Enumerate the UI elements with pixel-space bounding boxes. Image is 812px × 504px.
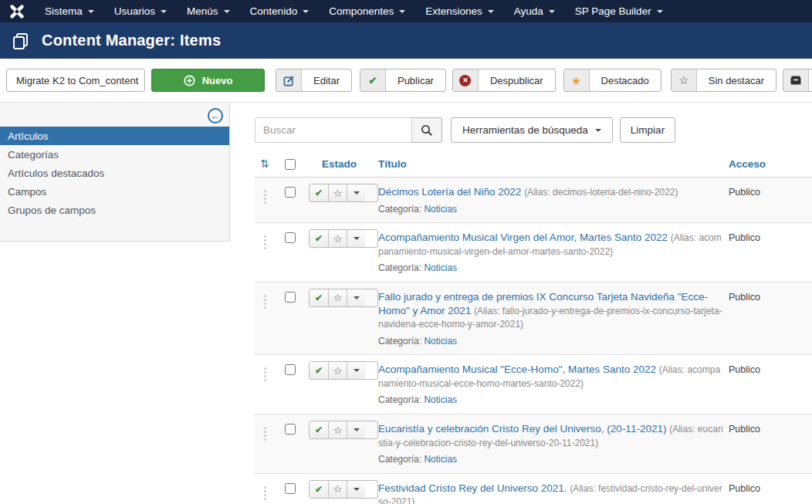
article-title-link[interactable]: Acompañamiento Musical "Ecce-Homo", Mart…	[378, 364, 656, 375]
clear-button[interactable]: Limpiar	[620, 117, 675, 143]
publicar-button[interactable]: ✔ Publicar	[360, 69, 446, 92]
chevron-down-icon	[549, 10, 555, 13]
chevron-down-icon	[303, 10, 309, 13]
sidebar-item-articulos[interactable]: Artículos	[0, 127, 229, 145]
category-label: Categoría:	[378, 394, 421, 405]
drag-handle-icon[interactable]	[264, 427, 266, 429]
status-dropdown-icon[interactable]	[347, 289, 365, 306]
menu-ayuda[interactable]: Ayuda	[504, 0, 565, 22]
editar-button[interactable]: Editar	[276, 69, 352, 92]
sin-destacar-button[interactable]: ☆ Sin destacar	[671, 69, 776, 92]
category-link[interactable]: Noticias	[424, 204, 457, 215]
select-all-checkbox[interactable]	[285, 159, 296, 170]
drag-handle-icon[interactable]	[264, 367, 266, 370]
table-row: ✔ ☆ Décimos Lotería del Niño 2022 (Alias…	[255, 178, 812, 223]
status-dropdown-icon[interactable]	[347, 184, 365, 201]
access-level: Publico	[729, 482, 812, 494]
row-checkbox[interactable]	[285, 483, 296, 494]
publish-toggle-icon[interactable]: ✔	[310, 230, 328, 247]
publish-toggle-icon[interactable]: ✔	[310, 362, 328, 379]
feature-star-icon[interactable]: ☆	[328, 184, 347, 201]
feature-star-icon[interactable]: ☆	[328, 289, 347, 306]
category-link[interactable]: Noticias	[424, 454, 457, 465]
page-header: Content Manager: Items	[0, 22, 812, 59]
filter-bar: Herramientas de búsqueda Limpiar	[255, 117, 812, 143]
status-button-group: ✔ ☆	[309, 229, 378, 248]
admin-menubar: Sistema Usuarios Menús Contenido Compone…	[0, 0, 812, 22]
article-title-link[interactable]: Eucaristía y celebración Cristo Rey del …	[378, 423, 666, 435]
sort-order-icon[interactable]: ⇅	[255, 157, 275, 170]
column-header-acceso[interactable]: Acceso	[729, 158, 812, 170]
cancel-circle-icon: ✕	[453, 69, 479, 91]
menu-sistema[interactable]: Sistema	[35, 0, 104, 22]
sidebar-item-grupos-de-campos[interactable]: Grupos de campos	[0, 201, 229, 219]
category-link[interactable]: Noticias	[424, 336, 457, 347]
row-checkbox[interactable]	[285, 187, 296, 198]
migrate-k2-dropdown[interactable]: Migrate K2 to Com_content	[6, 69, 145, 92]
drag-handle-icon[interactable]	[264, 295, 266, 297]
chevron-down-icon	[224, 10, 230, 13]
row-checkbox[interactable]	[285, 364, 296, 375]
drag-handle-icon[interactable]	[264, 486, 266, 489]
chevron-down-icon	[88, 10, 94, 13]
article-title-link[interactable]: Décimos Lotería del Niño 2022	[378, 186, 521, 198]
publish-toggle-icon[interactable]: ✔	[310, 481, 328, 498]
article-title-link[interactable]: Festividad Cristo Rey del Universo 2021.	[378, 482, 567, 494]
sidebar-item-articulos-destacados[interactable]: Artículos destacados	[0, 164, 229, 182]
archivar-button[interactable]: Archivar	[783, 69, 812, 92]
menu-componentes[interactable]: Componentes	[319, 0, 415, 22]
despublicar-button[interactable]: ✕ Despublicar	[452, 69, 556, 92]
column-header-estado[interactable]: Estado	[309, 158, 378, 170]
status-dropdown-icon[interactable]	[347, 362, 365, 379]
feature-star-icon[interactable]: ☆	[328, 421, 347, 438]
access-level: Publico	[729, 363, 812, 375]
category-link[interactable]: Noticias	[424, 262, 457, 273]
page-title: Content Manager: Items	[42, 32, 221, 49]
star-outline-icon: ☆	[672, 69, 697, 91]
menu-extensiones[interactable]: Extensiones	[415, 0, 504, 22]
publish-toggle-icon[interactable]: ✔	[310, 184, 328, 201]
feature-star-icon[interactable]: ☆	[328, 362, 347, 379]
joomla-logo-icon[interactable]	[5, 3, 29, 20]
row-checkbox[interactable]	[285, 424, 296, 435]
category-link[interactable]: Noticias	[424, 394, 457, 405]
search-icon	[421, 124, 433, 137]
status-dropdown-icon[interactable]	[347, 230, 365, 247]
publish-toggle-icon[interactable]: ✔	[310, 421, 328, 438]
toolbar: Migrate K2 to Com_content Nuevo Editar ✔…	[0, 59, 812, 102]
status-button-group: ✔ ☆	[309, 361, 378, 380]
category-label: Categoría:	[378, 262, 421, 273]
chevron-down-icon	[488, 10, 494, 13]
chevron-down-icon	[161, 10, 167, 13]
article-title-link[interactable]: Acompañamiento Musical Virgen del Amor, …	[378, 232, 668, 243]
search-button[interactable]	[412, 117, 442, 143]
menu-contenido[interactable]: Contenido	[240, 0, 320, 22]
table-row: ✔ ☆ Acompañamiento Musical Virgen del Am…	[255, 223, 812, 282]
collapse-sidebar-icon[interactable]: ←	[208, 108, 223, 123]
feature-star-icon[interactable]: ☆	[328, 230, 347, 247]
destacado-button[interactable]: ★ Destacado	[563, 69, 661, 92]
row-checkbox[interactable]	[285, 232, 296, 243]
drag-handle-icon[interactable]	[264, 235, 266, 238]
row-checkbox[interactable]	[285, 292, 296, 303]
status-dropdown-icon[interactable]	[347, 421, 365, 438]
search-tools-button[interactable]: Herramientas de búsqueda	[451, 117, 613, 143]
sidebar-item-campos[interactable]: Campos	[0, 182, 229, 201]
status-dropdown-icon[interactable]	[347, 481, 365, 498]
drag-handle-icon[interactable]	[264, 190, 266, 192]
nuevo-button[interactable]: Nuevo	[151, 69, 265, 92]
access-level: Publico	[729, 422, 812, 435]
publish-toggle-icon[interactable]: ✔	[310, 289, 328, 306]
sidebar-item-categorias[interactable]: Categorías	[0, 145, 229, 164]
search-input[interactable]	[255, 117, 412, 143]
menu-sp-page-builder[interactable]: SP Page Builder	[565, 0, 673, 22]
menu-menus[interactable]: Menús	[177, 0, 240, 22]
star-filled-icon: ★	[564, 69, 590, 91]
column-header-titulo[interactable]: Título	[378, 158, 729, 170]
menu-usuarios[interactable]: Usuarios	[104, 0, 177, 22]
edit-pencil-icon	[276, 69, 302, 91]
feature-star-icon[interactable]: ☆	[328, 481, 347, 498]
status-button-group: ✔ ☆	[309, 421, 378, 439]
category-label: Categoría:	[378, 204, 421, 215]
main-panel: Herramientas de búsqueda Limpiar ⇅ Estad…	[245, 103, 812, 504]
